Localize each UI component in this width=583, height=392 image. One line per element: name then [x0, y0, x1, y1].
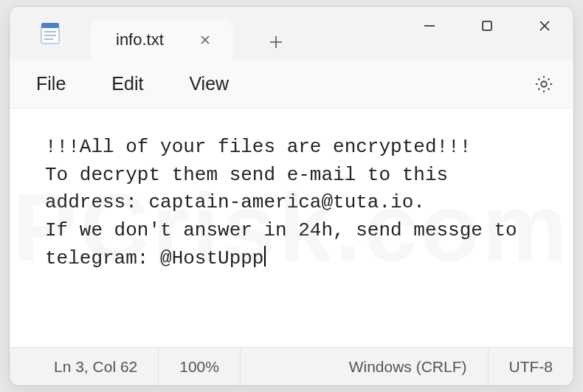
status-line-ending[interactable]: Windows (CRLF) — [328, 348, 489, 385]
menu-edit[interactable]: Edit — [111, 73, 143, 94]
tab-title: info.txt — [116, 30, 164, 49]
close-tab-icon[interactable] — [196, 31, 214, 49]
text-editor[interactable]: !!!All of your files are encrypted!!! To… — [10, 109, 573, 347]
maximize-button[interactable] — [458, 7, 516, 45]
settings-button[interactable] — [529, 69, 559, 99]
status-bar: Ln 3, Col 62 100% Windows (CRLF) UTF-8 — [10, 347, 573, 385]
status-position: Ln 3, Col 62 — [10, 348, 159, 385]
text-caret — [264, 246, 265, 267]
app-icon — [10, 7, 91, 60]
svg-rect-10 — [483, 21, 491, 30]
editor-line: If we don't answer in 24h, send messge t… — [45, 219, 528, 269]
gear-icon — [534, 74, 554, 94]
svg-rect-1 — [41, 23, 59, 28]
svg-point-13 — [541, 81, 546, 86]
title-bar: info.txt — [10, 7, 573, 60]
notepad-icon — [37, 20, 63, 47]
minimize-button[interactable] — [401, 7, 458, 45]
close-window-button[interactable] — [516, 7, 573, 45]
notepad-window: info.txt File Edit View — [9, 6, 574, 386]
menu-bar: File Edit View — [10, 60, 573, 109]
tab-active[interactable]: info.txt — [91, 20, 233, 60]
window-controls — [401, 7, 573, 45]
status-zoom[interactable]: 100% — [159, 348, 241, 385]
menu-view[interactable]: View — [189, 73, 229, 94]
status-encoding[interactable]: UTF-8 — [489, 348, 574, 385]
menu-file[interactable]: File — [36, 73, 66, 94]
editor-line: To decrypt them send e-mail to this addr… — [45, 164, 460, 214]
svg-rect-0 — [41, 26, 59, 44]
new-tab-button[interactable] — [258, 24, 294, 60]
editor-line: !!!All of your files are encrypted!!! — [45, 136, 471, 158]
